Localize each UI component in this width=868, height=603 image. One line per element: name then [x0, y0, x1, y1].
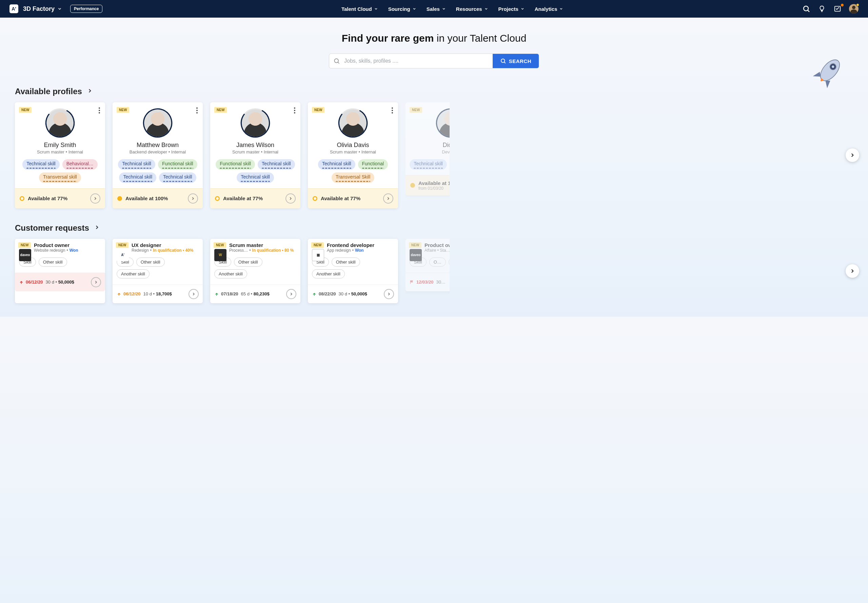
nav-resources[interactable]: Resources: [456, 6, 488, 12]
chevron-down-icon: [559, 7, 563, 11]
performance-chip[interactable]: Performance: [70, 5, 102, 13]
workspace-switcher[interactable]: 3D Factory: [23, 5, 62, 12]
search-icon[interactable]: [802, 5, 811, 13]
nav-sourcing[interactable]: Sourcing: [388, 6, 416, 12]
company-logo: ▦: [312, 249, 324, 261]
company-logo: W: [214, 249, 226, 261]
requests-title: Customer requests: [15, 223, 89, 233]
request-subtitle: Website redesign • Won: [34, 248, 78, 253]
request-skill-tag[interactable]: Another skill: [117, 269, 150, 278]
card-menu-icon[interactable]: [98, 107, 100, 115]
request-skill-tag[interactable]: Another skill: [214, 269, 247, 278]
profile-card[interactable]: NEWOlivia DavisScrum master • InternalTe…: [308, 102, 398, 208]
profile-role: Backend developer • Internal: [113, 149, 203, 155]
user-avatar[interactable]: [849, 4, 859, 14]
open-request-button[interactable]: [91, 277, 101, 287]
skill-tag[interactable]: Functional skill: [158, 159, 197, 170]
chevron-down-icon: [374, 7, 378, 11]
request-status: In qualification • 40%: [153, 248, 194, 253]
nav-analytics[interactable]: Analytics: [535, 6, 564, 12]
new-badge: NEW: [409, 242, 422, 248]
section-expand-icon[interactable]: [87, 88, 93, 95]
topbar-actions: [802, 4, 859, 14]
nav-projects[interactable]: Projects: [498, 6, 524, 12]
request-skill-tag[interactable]: O…: [429, 257, 446, 267]
request-card[interactable]: NEWdaveoProduct ow…Affaire • Sta…SkillO……: [406, 239, 450, 291]
request-skill-tag[interactable]: Other skill: [234, 257, 262, 267]
open-profile-button[interactable]: [188, 193, 198, 204]
request-meta: 30…: [436, 280, 450, 284]
availability-indicator-icon: [410, 183, 415, 188]
profile-card[interactable]: NEWEmily SmithScrum master • InternalTec…: [15, 102, 105, 208]
svg-point-12: [99, 112, 100, 113]
requests-section: Customer requests NEWdaveoProduct ownerW…: [15, 223, 853, 303]
open-profile-button[interactable]: [383, 193, 393, 204]
hero-section: Find your rare gem in your Talent Cloud …: [0, 32, 868, 68]
request-card[interactable]: NEWdaveoProduct ownerWebsite redesign • …: [15, 239, 105, 303]
section-expand-icon[interactable]: [94, 224, 100, 232]
skill-tag[interactable]: Technical skill: [258, 159, 295, 170]
skill-tag[interactable]: Technical skill: [409, 159, 447, 170]
scroll-next-button[interactable]: [846, 264, 859, 278]
open-profile-button[interactable]: [285, 193, 296, 204]
availability-ring: [239, 107, 271, 139]
request-skill-tag[interactable]: Other skill: [39, 257, 67, 267]
availability-text: Available at 77%: [28, 195, 87, 201]
skill-tag[interactable]: Transversal skill: [39, 172, 81, 183]
open-request-button[interactable]: [189, 289, 199, 299]
open-profile-button[interactable]: [90, 193, 100, 204]
lightbulb-icon[interactable]: [818, 5, 826, 13]
profile-avatar: [339, 110, 367, 136]
skill-tag[interactable]: Technical skill: [237, 172, 274, 183]
skill-tag[interactable]: Technical skill: [318, 159, 355, 170]
open-request-button[interactable]: [384, 289, 394, 299]
search-button[interactable]: SEARCH: [493, 54, 539, 68]
card-menu-icon[interactable]: [294, 107, 296, 115]
company-logo: daveo: [19, 249, 31, 261]
search-input[interactable]: [344, 54, 493, 68]
status-dot-icon: [856, 3, 859, 6]
requests-row: NEWdaveoProduct ownerWebsite redesign • …: [15, 239, 853, 303]
notification-dot: [841, 4, 843, 6]
svg-point-25: [392, 107, 393, 109]
skill-tag[interactable]: Technical skill: [159, 172, 196, 183]
request-header: NEWA'UX designerRedesign • In qualificat…: [113, 239, 203, 255]
hero-search: SEARCH: [329, 54, 539, 68]
chevron-down-icon: [484, 7, 488, 11]
request-skill-tag[interactable]: Other skill: [136, 257, 165, 267]
profile-name: James Wilson: [210, 142, 301, 149]
availability-indicator-icon: [20, 196, 25, 201]
skill-tag[interactable]: Behavioral…: [62, 159, 98, 170]
request-skill-tag[interactable]: Other skill: [332, 257, 360, 267]
card-menu-icon[interactable]: [391, 107, 393, 115]
request-card[interactable]: NEWA'UX designerRedesign • In qualificat…: [113, 239, 203, 303]
skill-tag[interactable]: Transversal Skill: [332, 172, 374, 183]
profile-card[interactable]: NEWMatthew BrownBackend developer • Inte…: [113, 102, 203, 208]
request-card[interactable]: NEWWScrum masterProcess… • In qualificat…: [210, 239, 301, 303]
skill-tag[interactable]: Functional: [358, 159, 388, 170]
open-request-button[interactable]: [286, 289, 296, 299]
card-menu-icon[interactable]: [196, 107, 198, 115]
profiles-section: Available profiles NEWEmily SmithScrum m…: [15, 87, 853, 208]
skill-tag[interactable]: Technical skill: [118, 159, 155, 170]
skill-tags: Technical skillBehavioral…Transversal sk…: [15, 155, 105, 189]
scroll-next-button[interactable]: [846, 148, 859, 162]
request-skill-tag[interactable]: Another skill: [449, 257, 450, 267]
inbox-icon[interactable]: [834, 5, 842, 13]
request-card[interactable]: NEW▦Frontend developerApp redesign • Won…: [308, 239, 398, 303]
skill-tag[interactable]: Functional skill: [215, 159, 255, 170]
nav-talent-cloud[interactable]: Talent Cloud: [341, 6, 378, 12]
request-skill-tag[interactable]: Another skill: [312, 269, 345, 278]
svg-point-5: [501, 59, 505, 63]
chevron-down-icon: [57, 6, 62, 11]
nav-sales[interactable]: Sales: [426, 6, 446, 12]
availability-subtext: from 01/03/20: [418, 186, 450, 191]
profile-card[interactable]: NEWDidierDevelo...Technical skillTransve…: [406, 102, 450, 195]
new-badge: NEW: [18, 242, 31, 248]
request-title: Frontend developer: [327, 242, 374, 248]
app-logo[interactable]: A': [9, 5, 18, 13]
skill-tag[interactable]: Technical skill: [119, 172, 156, 183]
availability-text: Available at 77%: [223, 195, 282, 201]
skill-tag[interactable]: Technical skill: [22, 159, 60, 170]
profile-card[interactable]: NEWJames WilsonScrum master • InternalFu…: [210, 102, 301, 208]
